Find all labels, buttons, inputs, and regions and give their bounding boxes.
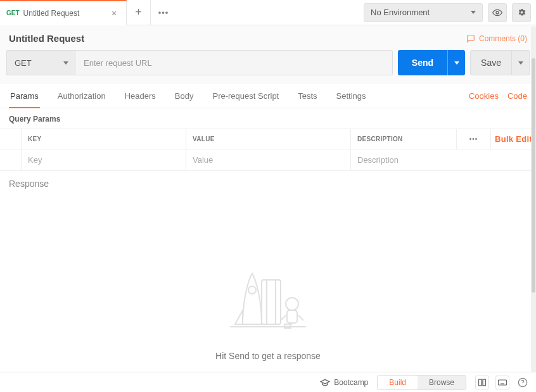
- request-title: Untitled Request: [9, 33, 84, 44]
- query-params-label: Query Params: [0, 108, 536, 129]
- bootcamp-label: Bootcamp: [334, 378, 368, 387]
- tab-method-badge: GET: [6, 9, 20, 16]
- comments-button[interactable]: Comments (0): [466, 34, 527, 43]
- request-tabs: Params Authorization Headers Body Pre-re…: [0, 84, 536, 108]
- url-input[interactable]: [76, 50, 393, 75]
- cookies-link[interactable]: Cookies: [469, 91, 499, 101]
- environment-preview-button[interactable]: [488, 3, 507, 22]
- environment-select[interactable]: No Environment: [364, 3, 483, 22]
- response-label: Response: [0, 171, 536, 196]
- svg-point-4: [248, 286, 256, 294]
- table-row: [0, 149, 536, 171]
- chevron-down-icon: [471, 11, 476, 14]
- tab-prerequest[interactable]: Pre-request Script: [211, 84, 280, 108]
- save-dropdown-button[interactable]: [512, 50, 530, 75]
- col-desc-header: DESCRIPTION: [351, 129, 456, 149]
- view-toggle: Build Browse: [377, 375, 466, 390]
- browse-toggle[interactable]: Browse: [418, 376, 466, 389]
- params-more-button[interactable]: •••: [456, 129, 490, 149]
- tab-tests[interactable]: Tests: [297, 84, 318, 108]
- chevron-down-icon: [63, 61, 68, 65]
- environment-label: No Environment: [371, 8, 430, 17]
- comment-icon: [466, 34, 475, 43]
- two-pane-button[interactable]: [475, 376, 489, 389]
- panes-icon: [478, 379, 486, 386]
- col-key-header: KEY: [22, 129, 186, 149]
- response-empty-state: Hit Send to get a response: [0, 196, 536, 361]
- svg-line-8: [298, 315, 303, 320]
- svg-rect-1: [262, 280, 281, 324]
- svg-rect-11: [479, 379, 482, 386]
- tab-overflow-button[interactable]: •••: [151, 0, 176, 25]
- rocket-illustration-icon: [224, 266, 312, 336]
- comments-label: Comments (0): [479, 34, 527, 43]
- params-header-row: KEY VALUE DESCRIPTION ••• Bulk Edit: [0, 129, 536, 149]
- chevron-down-icon: [518, 61, 523, 65]
- send-button[interactable]: Send: [398, 50, 447, 75]
- tab-authorization[interactable]: Authorization: [56, 84, 107, 108]
- svg-rect-12: [483, 379, 486, 386]
- svg-rect-6: [287, 310, 297, 323]
- bulk-edit-link[interactable]: Bulk Edit: [495, 134, 532, 144]
- keyboard-shortcuts-button[interactable]: [495, 376, 509, 389]
- chevron-down-icon: [454, 61, 459, 65]
- svg-rect-13: [499, 380, 507, 385]
- eye-icon: [492, 8, 502, 18]
- help-icon: [518, 377, 528, 388]
- request-header: Untitled Request Comments (0): [0, 25, 536, 50]
- tab-headers[interactable]: Headers: [124, 84, 157, 108]
- params-table: KEY VALUE DESCRIPTION ••• Bulk Edit: [0, 129, 536, 171]
- code-link[interactable]: Code: [507, 91, 527, 101]
- graduation-cap-icon: [320, 377, 330, 388]
- param-key-input[interactable]: [28, 149, 186, 170]
- send-dropdown-button[interactable]: [447, 50, 465, 75]
- bottom-bar: Bootcamp Build Browse: [0, 372, 536, 392]
- close-icon[interactable]: ×: [108, 8, 120, 18]
- tab-settings[interactable]: Settings: [335, 84, 367, 108]
- request-tab[interactable]: GET Untitled Request ×: [0, 0, 127, 25]
- settings-button[interactable]: [512, 3, 531, 22]
- scrollbar-thumb[interactable]: [532, 58, 535, 293]
- param-value-input[interactable]: [193, 149, 350, 170]
- tab-title: Untitled Request: [23, 9, 108, 18]
- svg-line-7: [281, 315, 286, 320]
- svg-point-0: [496, 11, 499, 14]
- param-desc-input[interactable]: [357, 149, 456, 170]
- url-row: GET Send Save: [0, 50, 536, 84]
- scrollbar-track[interactable]: [531, 27, 536, 372]
- tab-params[interactable]: Params: [9, 85, 40, 108]
- build-toggle[interactable]: Build: [378, 376, 418, 389]
- tab-bar: GET Untitled Request × + ••• No Environm…: [0, 0, 536, 25]
- help-button[interactable]: [516, 376, 530, 389]
- svg-point-5: [286, 298, 298, 310]
- col-value-header: VALUE: [186, 129, 351, 149]
- bootcamp-button[interactable]: Bootcamp: [320, 377, 368, 388]
- response-empty-text: Hit Send to get a response: [215, 351, 321, 361]
- tab-body[interactable]: Body: [174, 84, 195, 108]
- gear-icon: [517, 8, 526, 17]
- method-select[interactable]: GET: [6, 50, 76, 75]
- add-tab-button[interactable]: +: [127, 0, 151, 25]
- save-button[interactable]: Save: [470, 50, 512, 75]
- method-label: GET: [15, 58, 32, 68]
- keyboard-icon: [498, 379, 507, 386]
